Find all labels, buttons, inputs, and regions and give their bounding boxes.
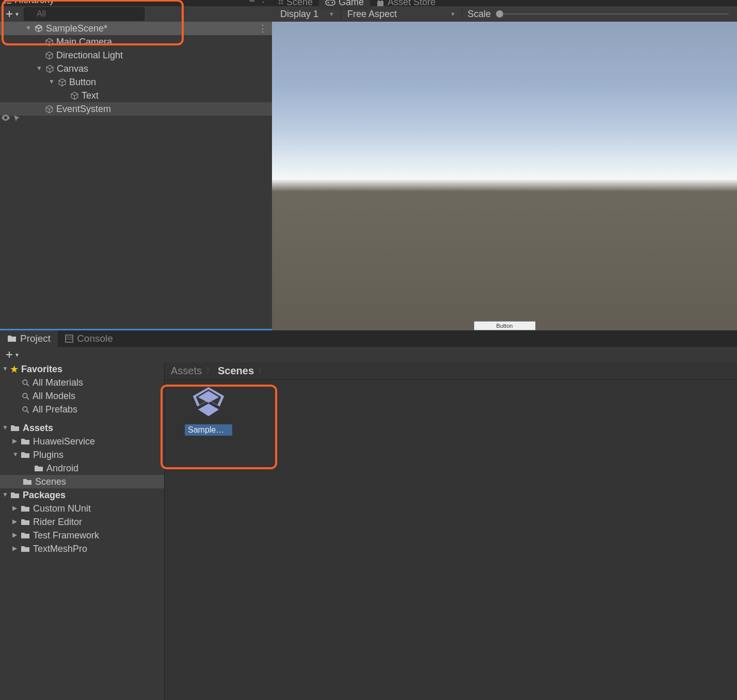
svg-point-19 bbox=[23, 407, 27, 411]
tab-menu-icon[interactable]: ⋮ bbox=[260, 0, 267, 4]
expand-arrow-icon[interactable]: ▼ bbox=[49, 78, 57, 85]
tab-label: Project bbox=[20, 333, 51, 344]
svg-line-18 bbox=[27, 397, 29, 399]
package-textmeshpro[interactable]: ▶ TextMeshPro bbox=[0, 542, 164, 555]
breadcrumb-root[interactable]: Assets bbox=[171, 365, 202, 377]
game-icon bbox=[325, 0, 335, 6]
assets-header[interactable]: ▼ Assets bbox=[0, 421, 164, 435]
item-label: TextMeshPro bbox=[33, 544, 87, 554]
favorite-all-materials[interactable]: All Materials bbox=[0, 376, 164, 389]
item-label: All Models bbox=[33, 391, 75, 402]
svg-rect-3 bbox=[7, 0, 11, 1]
tab-game[interactable]: Game bbox=[319, 0, 370, 10]
folder-huaweiservice[interactable]: ▶ HuaweiService bbox=[0, 435, 164, 448]
hierarchy-item-button[interactable]: ▼ Button bbox=[0, 75, 272, 89]
package-test-framework[interactable]: ▶ Test Framework bbox=[0, 529, 164, 542]
hierarchy-tab-bar: Hierarchy ⧉ ⋮ bbox=[0, 0, 272, 6]
favorite-all-models[interactable]: All Models bbox=[0, 389, 164, 403]
gameobject-icon bbox=[69, 90, 79, 101]
svg-point-15 bbox=[23, 380, 27, 385]
hierarchy-panel: Hierarchy ⧉ ⋮ ▼ ▼ bbox=[0, 0, 272, 330]
expand-arrow-icon[interactable]: ▼ bbox=[12, 451, 21, 458]
favorites-label: Favorites bbox=[21, 364, 62, 375]
scale-slider[interactable] bbox=[496, 13, 734, 14]
add-asset-button[interactable]: ▼ bbox=[3, 349, 22, 360]
store-icon bbox=[376, 0, 384, 7]
hierarchy-search-input[interactable] bbox=[24, 7, 145, 21]
svg-rect-8 bbox=[326, 0, 335, 5]
hierarchy-item-canvas[interactable]: ▼ Canvas bbox=[0, 62, 272, 75]
scene-row[interactable]: ▼ SampleScene* ⋮ bbox=[0, 22, 272, 35]
tab-scene[interactable]: ⌗ Scene bbox=[272, 0, 319, 10]
folder-android[interactable]: Android bbox=[0, 462, 164, 475]
asset-samplescene[interactable]: SampleSc... bbox=[184, 387, 233, 436]
dropdown-label: Display 1 bbox=[280, 9, 318, 20]
item-label: Android bbox=[46, 463, 78, 474]
tab-console[interactable]: Console bbox=[58, 330, 120, 347]
chevron-down-icon: ▼ bbox=[14, 352, 20, 358]
expand-arrow-icon[interactable]: ▼ bbox=[2, 365, 10, 372]
slider-thumb[interactable] bbox=[496, 10, 503, 18]
svg-rect-4 bbox=[4, 3, 6, 4]
hierarchy-tree: ▼ SampleScene* ⋮ Main Camera Directional… bbox=[0, 22, 272, 116]
expand-arrow-icon[interactable]: ▶ bbox=[12, 531, 21, 538]
expand-arrow-icon[interactable]: ▼ bbox=[2, 424, 10, 431]
scene-more-icon[interactable]: ⋮ bbox=[258, 23, 267, 34]
packages-label: Packages bbox=[23, 490, 66, 501]
tab-label: Asset Store bbox=[388, 0, 436, 8]
chevron-right-icon: 〉 bbox=[258, 366, 266, 376]
dropdown-label: Free Aspect bbox=[347, 9, 397, 20]
item-label: Directional Light bbox=[56, 50, 123, 61]
expand-arrow-icon[interactable]: ▼ bbox=[25, 24, 34, 31]
package-rider-editor[interactable]: ▶ Rider Editor bbox=[0, 515, 164, 529]
breadcrumb-current[interactable]: Scenes bbox=[218, 365, 254, 377]
favorite-all-prefabs[interactable]: All Prefabs bbox=[0, 403, 164, 416]
expand-arrow-icon[interactable]: ▼ bbox=[36, 65, 44, 72]
game-view[interactable]: Button bbox=[272, 22, 737, 330]
popout-icon[interactable]: ⧉ bbox=[249, 0, 254, 4]
folder-icon bbox=[21, 451, 30, 459]
search-icon bbox=[22, 392, 29, 400]
item-label: All Prefabs bbox=[33, 404, 77, 415]
tab-asset-store[interactable]: Asset Store bbox=[370, 0, 442, 10]
pick-icon[interactable] bbox=[12, 114, 22, 121]
item-label: Test Framework bbox=[33, 530, 99, 541]
expand-arrow-icon[interactable]: ▶ bbox=[12, 518, 21, 525]
favorites-header[interactable]: ▼ ★ Favorites bbox=[0, 362, 164, 376]
folder-scenes[interactable]: Scenes bbox=[0, 475, 164, 488]
tab-project[interactable]: Project bbox=[0, 330, 58, 347]
item-label: Button bbox=[69, 77, 96, 88]
item-label: Canvas bbox=[57, 63, 88, 74]
hierarchy-item-main-camera[interactable]: Main Camera bbox=[0, 35, 272, 49]
game-view-button[interactable]: Button bbox=[474, 321, 536, 330]
hierarchy-tab-label: Hierarchy bbox=[14, 0, 54, 6]
expand-arrow-icon[interactable]: ▶ bbox=[12, 545, 21, 552]
gameobject-icon bbox=[44, 63, 55, 74]
expand-arrow-icon[interactable]: ▼ bbox=[2, 491, 10, 498]
scene-panel: ⌗ Scene Game Asset Store Display 1 ▼ bbox=[272, 0, 737, 330]
item-label: Text bbox=[82, 90, 99, 101]
item-label: Main Camera bbox=[56, 37, 112, 47]
asset-grid[interactable]: SampleSc... bbox=[165, 380, 737, 443]
item-label: EventSystem bbox=[56, 104, 111, 115]
hierarchy-item-eventsystem[interactable]: EventSystem bbox=[0, 102, 272, 116]
gameobject-icon bbox=[44, 37, 54, 47]
chevron-down-icon: ▼ bbox=[450, 11, 456, 17]
item-label: Scenes bbox=[35, 476, 66, 487]
unity-scene-icon bbox=[34, 23, 44, 34]
chevron-right-icon: 〉 bbox=[206, 366, 214, 376]
item-label: Plugins bbox=[33, 450, 63, 460]
hierarchy-item-directional-light[interactable]: Directional Light bbox=[0, 49, 272, 62]
expand-arrow-icon[interactable]: ▶ bbox=[12, 437, 21, 444]
hierarchy-tab[interactable]: Hierarchy bbox=[4, 0, 54, 6]
console-icon bbox=[65, 335, 73, 343]
package-custom-nunit[interactable]: ▶ Custom NUnit bbox=[0, 502, 164, 515]
search-icon bbox=[22, 406, 29, 413]
svg-rect-11 bbox=[377, 1, 383, 6]
folder-plugins[interactable]: ▼ Plugins bbox=[0, 448, 164, 462]
hierarchy-item-text[interactable]: Text bbox=[0, 89, 272, 102]
packages-header[interactable]: ▼ Packages bbox=[0, 488, 164, 502]
add-gameobject-button[interactable]: ▼ bbox=[3, 9, 22, 19]
expand-arrow-icon[interactable]: ▶ bbox=[12, 504, 21, 512]
eye-icon[interactable] bbox=[1, 114, 10, 121]
